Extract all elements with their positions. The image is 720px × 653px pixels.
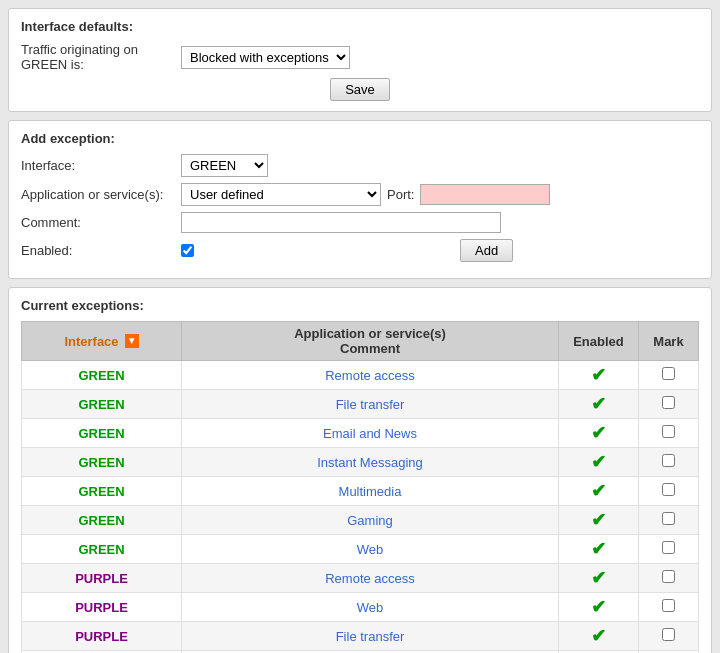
cell-mark (639, 506, 699, 535)
cell-interface: PURPLE (22, 622, 182, 651)
cell-interface: GREEN (22, 506, 182, 535)
cell-app: File transfer (182, 390, 559, 419)
table-row: GREEN Remote access ✔ (22, 361, 699, 390)
comment-control (181, 212, 501, 233)
comment-row: Comment: (21, 212, 699, 233)
save-row: Save (21, 78, 699, 101)
mark-checkbox[interactable] (662, 396, 675, 409)
app-label: Application or service(s): (21, 187, 181, 202)
cell-app: Instant Messaging (182, 448, 559, 477)
app-control: User defined Remote access File transfer… (181, 183, 550, 206)
col-interface: Interface ▼ (22, 322, 182, 361)
mark-checkbox[interactable] (662, 628, 675, 641)
interface-label: Interface: (21, 158, 181, 173)
col-mark: Mark (639, 322, 699, 361)
checkmark-icon: ✔ (591, 597, 606, 617)
table-row: GREEN Instant Messaging ✔ (22, 448, 699, 477)
checkmark-icon: ✔ (591, 423, 606, 443)
app-select[interactable]: User defined Remote access File transfer… (181, 183, 381, 206)
cell-enabled: ✔ (559, 564, 639, 593)
traffic-label: Traffic originating on GREEN is: (21, 42, 181, 72)
enabled-control: Add (181, 239, 513, 262)
mark-checkbox[interactable] (662, 483, 675, 496)
add-exception-panel: Add exception: Interface: GREEN PURPLE O… (8, 120, 712, 279)
enabled-checkbox[interactable] (181, 244, 194, 257)
cell-app: Multimedia (182, 477, 559, 506)
cell-app: File transfer (182, 622, 559, 651)
cell-interface: PURPLE (22, 564, 182, 593)
checkmark-icon: ✔ (591, 481, 606, 501)
mark-checkbox[interactable] (662, 454, 675, 467)
cell-mark (639, 622, 699, 651)
checkmark-icon: ✔ (591, 510, 606, 530)
enabled-label: Enabled: (21, 243, 181, 258)
cell-app: Web (182, 535, 559, 564)
cell-interface: GREEN (22, 535, 182, 564)
cell-app: Email and News (182, 419, 559, 448)
interface-defaults-title: Interface defaults: (21, 19, 699, 34)
cell-enabled: ✔ (559, 419, 639, 448)
cell-enabled: ✔ (559, 477, 639, 506)
cell-enabled: ✔ (559, 448, 639, 477)
traffic-control: Blocked with exceptions Allowed Blocked (181, 46, 350, 69)
interface-row: Interface: GREEN PURPLE ORANGE BLUE (21, 154, 699, 177)
cell-interface: GREEN (22, 448, 182, 477)
cell-enabled: ✔ (559, 622, 639, 651)
cell-mark (639, 593, 699, 622)
app-row: Application or service(s): User defined … (21, 183, 699, 206)
interface-control: GREEN PURPLE ORANGE BLUE (181, 154, 268, 177)
table-row: GREEN Gaming ✔ (22, 506, 699, 535)
table-row: GREEN Web ✔ (22, 535, 699, 564)
port-label: Port: (387, 187, 414, 202)
comment-label: Comment: (21, 215, 181, 230)
cell-app: Web (182, 593, 559, 622)
port-input[interactable] (420, 184, 550, 205)
save-button[interactable]: Save (330, 78, 390, 101)
cell-interface: GREEN (22, 390, 182, 419)
mark-checkbox[interactable] (662, 425, 675, 438)
cell-interface: GREEN (22, 419, 182, 448)
table-row: GREEN Email and News ✔ (22, 419, 699, 448)
table-row: PURPLE Web ✔ (22, 593, 699, 622)
col-enabled: Enabled (559, 322, 639, 361)
enabled-row: Enabled: Add (21, 239, 699, 262)
page-wrapper: Interface defaults: Traffic originating … (0, 0, 720, 653)
checkmark-icon: ✔ (591, 539, 606, 559)
checkmark-icon: ✔ (591, 626, 606, 646)
comment-input[interactable] (181, 212, 501, 233)
cell-enabled: ✔ (559, 535, 639, 564)
cell-mark (639, 477, 699, 506)
cell-enabled: ✔ (559, 593, 639, 622)
add-button[interactable]: Add (460, 239, 513, 262)
add-exception-title: Add exception: (21, 131, 699, 146)
cell-enabled: ✔ (559, 390, 639, 419)
checkmark-icon: ✔ (591, 452, 606, 472)
cell-enabled: ✔ (559, 506, 639, 535)
cell-mark (639, 361, 699, 390)
cell-interface: GREEN (22, 361, 182, 390)
interface-defaults-panel: Interface defaults: Traffic originating … (8, 8, 712, 112)
mark-checkbox[interactable] (662, 541, 675, 554)
table-row: PURPLE File transfer ✔ (22, 622, 699, 651)
traffic-select[interactable]: Blocked with exceptions Allowed Blocked (181, 46, 350, 69)
cell-interface: GREEN (22, 477, 182, 506)
current-exceptions-title: Current exceptions: (21, 298, 699, 313)
interface-select[interactable]: GREEN PURPLE ORANGE BLUE (181, 154, 268, 177)
checkmark-icon: ✔ (591, 365, 606, 385)
cell-mark (639, 419, 699, 448)
table-row: GREEN Multimedia ✔ (22, 477, 699, 506)
cell-app: Remote access (182, 564, 559, 593)
cell-enabled: ✔ (559, 361, 639, 390)
filter-icon[interactable]: ▼ (125, 334, 139, 348)
mark-checkbox[interactable] (662, 570, 675, 583)
cell-mark (639, 535, 699, 564)
mark-checkbox[interactable] (662, 512, 675, 525)
current-exceptions-panel: Current exceptions: Interface ▼ Applicat… (8, 287, 712, 653)
checkmark-icon: ✔ (591, 568, 606, 588)
mark-checkbox[interactable] (662, 599, 675, 612)
cell-interface: PURPLE (22, 593, 182, 622)
exceptions-table: Interface ▼ Application or service(s) Co… (21, 321, 699, 653)
mark-checkbox[interactable] (662, 367, 675, 380)
table-row: GREEN File transfer ✔ (22, 390, 699, 419)
cell-mark (639, 564, 699, 593)
